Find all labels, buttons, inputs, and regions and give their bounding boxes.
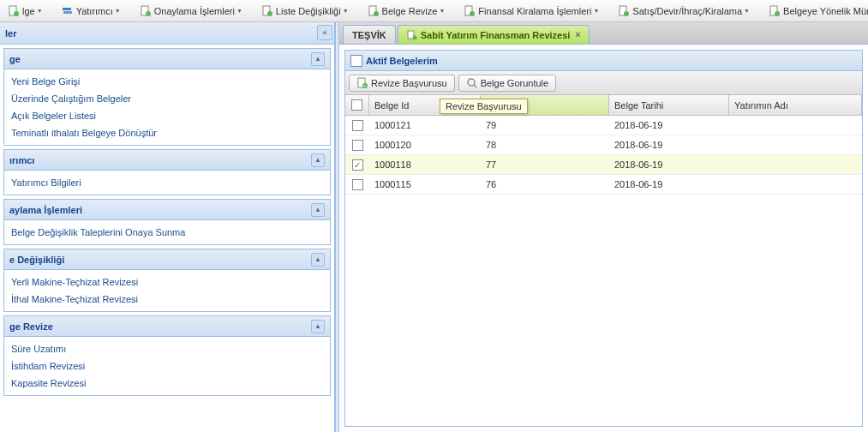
doc-icon [261,5,273,17]
revize-basvurusu-button[interactable]: + Revize Başvurusu [349,75,455,92]
sidebar-group: ge▲Yeni Belge GirişiÜzerinde Çalıştığım … [3,48,331,146]
svg-point-5 [146,11,151,16]
sidebar-group-body: Yerli Makine-Teçhizat Revizesiİthal Maki… [4,270,330,311]
toolbar-label: Satış/Devir/İhraç/Kiralama [632,6,742,16]
checkbox[interactable]: ✓ [352,159,363,171]
sidebar-link[interactable]: Süre Uzatımı [4,340,330,357]
doc-icon [618,5,630,17]
tab-label: TEŞVİK [352,30,386,40]
collapse-icon[interactable]: ▲ [311,203,325,217]
toolbar-item-satis[interactable]: Satış/Devir/İhraç/Kiralama ▼ [612,3,756,20]
close-icon[interactable]: × [575,30,580,39]
sidebar-group-body: Yeni Belge GirişiÜzerinde Çalıştığım Bel… [4,69,330,145]
toolbar-label: Yatırımcı [76,6,113,16]
main-area: TEŞVİK Sabit Yatırım Finansman Revizesi … [339,22,868,432]
action-bar: + Revize Başvurusu Belge Goruntule Reviz… [345,71,862,95]
toolbar-item-belge[interactable]: lge ▼ [2,3,49,20]
svg-line-22 [474,85,476,87]
cell-belge-tarihi: 2018-06-19 [609,116,729,135]
sidebar-group-body: Belge Değişiklik Taleplerini Onaya Sunma [4,220,330,244]
cell-yatirimin-adi [729,175,862,194]
sidebar-group-header[interactable]: e Değişikliği▲ [4,249,330,270]
collapse-icon[interactable]: ▲ [311,52,325,66]
sidebar-group-title: ge [9,54,21,64]
main-toolbar: lge ▼ Yatırımcı ▼ Onaylama İşlemleri ▼ L… [0,0,868,22]
sidebar-link[interactable]: Teminatlı ithalatı Belgeye Dönüştür [4,124,330,141]
checkbox[interactable] [352,120,363,131]
sidebar-group-header[interactable]: ge Revize▲ [4,316,330,337]
collapse-icon[interactable]: ▲ [311,320,325,333]
doc-icon [368,5,380,17]
row-checkbox-cell[interactable] [345,175,369,194]
sidebar-link[interactable]: Yeni Belge Girişi [4,73,330,90]
header-yatirimin-adi[interactable]: Yatırımın Adı [729,95,862,115]
belge-goruntule-button[interactable]: Belge Goruntule [458,75,557,92]
checkbox[interactable] [352,179,363,190]
sidebar-group-header[interactable]: aylama İşlemleri▲ [4,200,330,220]
sidebar-link[interactable]: İstihdam Revizesi [4,357,330,375]
sidebar-link[interactable]: Belge Değişiklik Taleplerini Onaya Sunma [4,224,330,241]
table-row[interactable]: 1000115762018-06-19 [345,175,862,195]
svg-rect-2 [63,8,71,10]
cell-belge-no: 77 [481,155,609,174]
toolbar-item-yatirimci[interactable]: Yatırımcı ▼ [56,3,127,20]
row-checkbox-cell[interactable] [345,135,369,154]
collapse-icon[interactable]: ▲ [311,253,325,267]
toolbar-item-belgeye[interactable]: Belgeye Yönelik Münfer [763,3,868,20]
sidebar-link[interactable]: Yerli Makine-Teçhizat Revizesi [4,273,330,291]
toolbar-item-liste[interactable]: Liste Değişikliği ▼ [255,3,355,20]
sidebar-group-body: Yatırımcı Bilgileri [4,171,330,195]
cell-belge-id: 1000118 [369,155,481,174]
sidebar: ler « ge▲Yeni Belge GirişiÜzerinde Çalış… [0,22,335,432]
cell-yatirimin-adi [729,155,862,174]
sidebar-link[interactable]: Açık Belgeler Listesi [4,107,330,124]
table-row[interactable]: 1000120782018-06-19 [345,135,862,155]
chevron-down-icon: ▼ [744,8,750,14]
sidebar-link[interactable]: İthal Makine-Teçhizat Revizesi [4,291,330,308]
header-belge-tarihi[interactable]: Belge Tarihi [609,95,729,115]
svg-point-17 [412,35,416,39]
cell-belge-id: 1000115 [369,175,481,194]
chevron-down-icon: ▼ [439,8,445,14]
table-row[interactable]: ✓1000118772018-06-19 [345,155,862,175]
search-icon [466,77,478,89]
chevron-down-icon: ▼ [37,8,43,14]
sidebar-group-header[interactable]: ırımcı▲ [4,150,330,171]
cell-belge-tarihi: 2018-06-19 [609,155,729,174]
tab-tesvik[interactable]: TEŞVİK [343,25,396,44]
toolbar-item-revize[interactable]: Belge Revize ▼ [362,3,452,20]
cell-belge-no: 76 [481,175,609,194]
toolbar-label: Onaylama İşlemleri [154,6,235,16]
sidebar-group-title: ge Revize [9,321,53,332]
tab-label: Sabit Yatırım Finansman Revizesi [421,30,571,40]
chevron-down-icon: ▼ [593,8,599,14]
sidebar-link[interactable]: Üzerinde Çalıştığım Belgeler [4,90,330,107]
sidebar-group-header[interactable]: ge▲ [4,49,330,69]
toolbar-label: Liste Değişikliği [276,6,341,16]
tab-sabit-yatirim[interactable]: Sabit Yatırım Finansman Revizesi × [398,25,590,44]
tab-bar: TEŞVİK Sabit Yatırım Finansman Revizesi … [339,22,868,45]
cell-belge-no: 78 [481,135,609,154]
row-checkbox-cell[interactable] [345,116,369,135]
grid-header: Belge Id ▼ Belge Tarihi Yatırımın Adı [345,95,862,116]
header-checkbox[interactable] [345,95,369,115]
toolbar-item-onaylama[interactable]: Onaylama İşlemleri ▼ [134,3,248,20]
svg-point-13 [624,11,629,16]
button-label: Belge Goruntule [481,78,549,88]
cell-belge-tarihi: 2018-06-19 [609,135,729,154]
table-row[interactable]: 1000121792018-06-19 [345,116,862,135]
cell-yatirimin-adi [729,135,862,154]
toolbar-item-finansal[interactable]: Finansal Kiralama İşlemleri ▼ [458,3,605,20]
checkbox[interactable] [352,140,363,151]
row-checkbox-cell[interactable]: ✓ [345,155,369,174]
chevron-down-icon: ▼ [115,8,121,14]
collapse-icon[interactable]: ▲ [311,153,325,167]
sidebar-header: ler « [0,22,334,45]
cell-belge-no: 79 [481,116,609,135]
sidebar-group: e Değişikliği▲Yerli Makine-Teçhizat Revi… [3,249,331,312]
sidebar-link[interactable]: Kapasite Revizesi [4,375,330,392]
panel-header: Aktif Belgelerim [345,51,862,71]
sidebar-link[interactable]: Yatırımcı Bilgileri [4,174,330,191]
sidebar-title: ler [5,28,16,39]
collapse-button[interactable]: « [317,25,332,40]
